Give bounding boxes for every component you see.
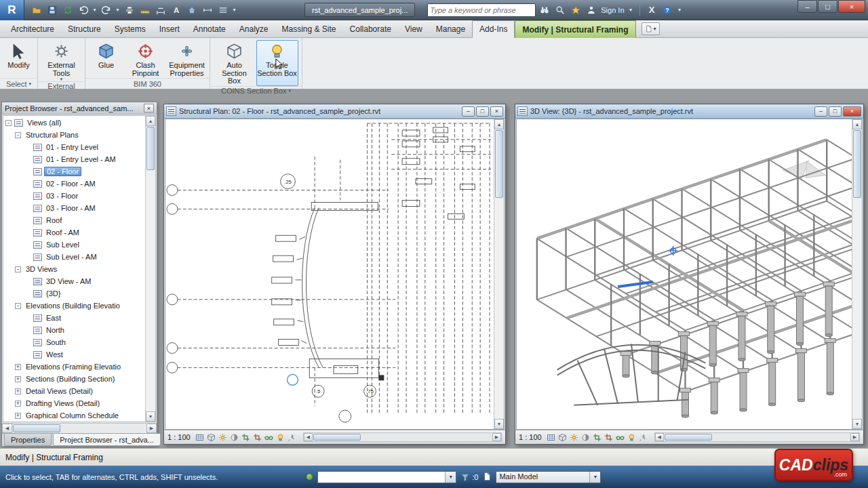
tree-item-03-floor[interactable]: 03 - Floor <box>3 190 145 202</box>
project-browser-titlebar[interactable]: Project Browser - rst_advanced_sam... × <box>2 102 157 115</box>
tree-item-south[interactable]: South <box>3 336 145 348</box>
scroll-right-arrow[interactable]: ▶ <box>146 424 157 433</box>
detail-level-icon[interactable] <box>195 433 204 442</box>
tree-item-sub-level-am[interactable]: Sub Level - AM <box>3 251 145 263</box>
sun-path-icon[interactable] <box>570 433 578 442</box>
reveal-hidden-elements-icon[interactable] <box>627 433 636 442</box>
scroll-left-arrow[interactable]: ◀ <box>304 433 313 441</box>
scrollbar-thumb[interactable] <box>495 130 503 198</box>
glue-button[interactable]: Glue <box>87 40 125 78</box>
panel-bim360-title[interactable]: BIM 360 <box>85 78 210 89</box>
tab-systems[interactable]: Systems <box>108 20 153 37</box>
scroll-left-arrow[interactable]: ◀ <box>2 424 12 433</box>
tree-item-3d-view-am[interactable]: 3D View - AM <box>3 275 145 287</box>
tree-item-roof-am[interactable]: Roof - AM <box>3 226 145 239</box>
exchange-apps-icon[interactable]: X <box>645 3 659 17</box>
sync-button[interactable] <box>60 3 75 18</box>
plan-canvas[interactable]: .25 .5 .75 ▲ ▼ <box>165 119 505 430</box>
3d-vscrollbar[interactable]: ▲ ▼ <box>852 119 862 429</box>
chevron-down-icon[interactable]: ▾ <box>589 472 600 483</box>
thin-lines-button[interactable] <box>215 3 231 18</box>
tree-expander[interactable] <box>15 388 21 394</box>
tree-item-sections-building[interactable]: Sections (Building Section) <box>3 373 145 385</box>
active-workset-combo[interactable]: ▾ <box>317 471 456 483</box>
tree-expander[interactable] <box>15 364 21 370</box>
communication-center-icon[interactable] <box>553 3 567 17</box>
default-3d-view-button[interactable] <box>184 3 199 18</box>
tab-massing-site[interactable]: Massing & Site <box>275 20 343 37</box>
scroll-up-arrow[interactable]: ▲ <box>146 116 155 126</box>
3d-scale-button[interactable]: 1 : 100 <box>519 433 542 441</box>
scroll-left-arrow[interactable]: ◀ <box>655 433 664 441</box>
panel-select-title[interactable]: Select▾ <box>0 78 37 89</box>
tab-add-ins[interactable]: Add-Ins <box>472 20 515 38</box>
show-crop-region-icon[interactable] <box>604 433 613 442</box>
tree-item-views-all[interactable]: Views (all) <box>3 117 145 129</box>
measure-button[interactable] <box>137 3 153 18</box>
tree-item-roof[interactable]: Roof <box>3 214 145 226</box>
tree-item-graphical-column-schedule[interactable]: Graphical Column Schedule <box>3 409 145 422</box>
help-icon[interactable] <box>660 3 675 17</box>
shadows-icon[interactable] <box>230 433 239 442</box>
sun-path-icon[interactable] <box>218 433 227 442</box>
redo-button[interactable] <box>98 3 114 18</box>
tree-expander[interactable] <box>15 266 21 272</box>
tree-expander[interactable] <box>15 132 21 138</box>
tab-collaborate[interactable]: Collaborate <box>343 20 398 37</box>
tab-view[interactable]: View <box>398 20 429 37</box>
search-icon[interactable] <box>537 3 551 17</box>
3d-window-titlebar[interactable]: 3D View: {3D} - rst_advanced_sample_proj… <box>515 104 863 119</box>
scroll-down-arrow[interactable]: ▼ <box>852 419 862 429</box>
tree-expander[interactable] <box>15 303 21 309</box>
crop-view-icon[interactable] <box>241 433 250 442</box>
tree-item-west[interactable]: West <box>3 348 145 361</box>
close-button[interactable]: × <box>838 0 865 13</box>
show-crop-region-icon[interactable] <box>253 433 262 442</box>
plan-vscrollbar[interactable]: ▲ ▼ <box>494 119 504 429</box>
external-tools-button[interactable]: External Tools ▾ <box>41 40 83 81</box>
sign-in-person-icon[interactable] <box>584 3 598 17</box>
plan-window-titlebar[interactable]: Structural Plan: 02 - Floor - rst_advanc… <box>164 104 505 119</box>
project-browser-scrollbar[interactable]: ▲ ▼ <box>145 116 155 422</box>
plan-restore-button[interactable]: □ <box>476 106 489 117</box>
undo-button[interactable] <box>75 3 91 18</box>
tab-analyze[interactable]: Analyze <box>233 20 275 37</box>
design-option-combo[interactable]: Main Model ▾ <box>496 471 601 483</box>
panel-coins-title[interactable]: COINS Section Box▾ <box>210 86 302 95</box>
redo-dropdown-arrow[interactable]: ▾ <box>114 7 121 13</box>
section-button[interactable] <box>199 3 215 18</box>
plan-minimize-button[interactable]: – <box>462 106 475 117</box>
tab-manage[interactable]: Manage <box>429 20 472 37</box>
save-button[interactable] <box>44 3 60 18</box>
print-button[interactable] <box>121 3 137 18</box>
scroll-up-arrow[interactable]: ▲ <box>494 119 504 129</box>
tab-properties[interactable]: Properties <box>4 434 52 446</box>
text-button[interactable] <box>168 3 184 18</box>
open-button[interactable] <box>28 3 44 18</box>
tree-item-3d-views[interactable]: 3D Views <box>3 263 145 275</box>
hscrollbar-thumb[interactable] <box>665 434 712 441</box>
tree-item-01-entry-level[interactable]: 01 - Entry Level <box>3 141 145 153</box>
tree-item-north[interactable]: North <box>3 324 145 336</box>
undo-dropdown-arrow[interactable]: ▾ <box>91 7 98 13</box>
3d-view-window[interactable]: 3D View: {3D} - rst_advanced_sample_proj… <box>515 104 864 445</box>
scroll-down-arrow[interactable]: ▼ <box>146 411 155 422</box>
shadows-icon[interactable] <box>581 433 590 442</box>
aligned-dimension-button[interactable] <box>153 3 168 18</box>
locked-position-icon[interactable] <box>639 433 648 442</box>
favorites-star-icon[interactable] <box>568 3 583 17</box>
modify-button[interactable]: Modify <box>3 40 35 78</box>
3d-restore-button[interactable]: □ <box>829 106 842 117</box>
selection-filter[interactable]: :0 <box>460 472 478 482</box>
tree-item-elevations-framing[interactable]: Elevations (Framing Elevatio <box>3 361 145 373</box>
tree-expander[interactable] <box>15 401 21 407</box>
help-dropdown-arrow[interactable]: ▾ <box>676 7 684 13</box>
project-browser-close-icon[interactable]: × <box>144 104 154 113</box>
scroll-down-arrow[interactable]: ▼ <box>494 419 504 429</box>
visual-style-icon[interactable] <box>207 433 216 442</box>
plan-hscrollbar[interactable]: ◀ ▶ <box>303 432 502 442</box>
scroll-right-arrow[interactable]: ▶ <box>492 433 501 441</box>
plan-scale-button[interactable]: 1 : 100 <box>167 433 191 441</box>
3d-close-button[interactable]: × <box>843 106 861 117</box>
clash-pinpoint-button[interactable]: Clash Pinpoint <box>126 40 165 78</box>
